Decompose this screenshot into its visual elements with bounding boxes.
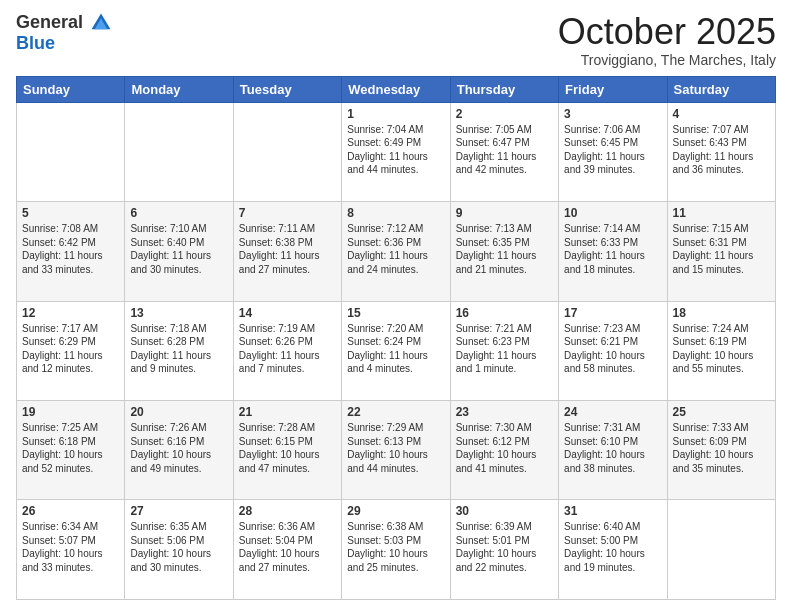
day-number: 29 (347, 504, 444, 518)
calendar-cell: 12 Sunrise: 7:17 AMSunset: 6:29 PMDaylig… (17, 301, 125, 400)
cell-info: Sunrise: 7:05 AMSunset: 6:47 PMDaylight:… (456, 124, 537, 176)
cell-info: Sunrise: 7:19 AMSunset: 6:26 PMDaylight:… (239, 323, 320, 375)
calendar-cell: 28 Sunrise: 6:36 AMSunset: 5:04 PMDaylig… (233, 500, 341, 600)
day-number: 11 (673, 206, 770, 220)
day-number: 28 (239, 504, 336, 518)
day-number: 7 (239, 206, 336, 220)
cell-info: Sunrise: 7:31 AMSunset: 6:10 PMDaylight:… (564, 422, 645, 474)
day-number: 21 (239, 405, 336, 419)
location-subtitle: Troviggiano, The Marches, Italy (558, 52, 776, 68)
day-number: 12 (22, 306, 119, 320)
calendar-cell: 18 Sunrise: 7:24 AMSunset: 6:19 PMDaylig… (667, 301, 775, 400)
day-number: 8 (347, 206, 444, 220)
cell-info: Sunrise: 6:36 AMSunset: 5:04 PMDaylight:… (239, 521, 320, 573)
day-number: 9 (456, 206, 553, 220)
cell-info: Sunrise: 7:21 AMSunset: 6:23 PMDaylight:… (456, 323, 537, 375)
calendar-week-3: 19 Sunrise: 7:25 AMSunset: 6:18 PMDaylig… (17, 401, 776, 500)
day-number: 1 (347, 107, 444, 121)
day-number: 24 (564, 405, 661, 419)
calendar-cell: 22 Sunrise: 7:29 AMSunset: 6:13 PMDaylig… (342, 401, 450, 500)
day-number: 14 (239, 306, 336, 320)
col-wednesday: Wednesday (342, 76, 450, 102)
day-number: 16 (456, 306, 553, 320)
calendar-cell: 20 Sunrise: 7:26 AMSunset: 6:16 PMDaylig… (125, 401, 233, 500)
cell-info: Sunrise: 7:17 AMSunset: 6:29 PMDaylight:… (22, 323, 103, 375)
calendar-cell: 24 Sunrise: 7:31 AMSunset: 6:10 PMDaylig… (559, 401, 667, 500)
calendar-week-2: 12 Sunrise: 7:17 AMSunset: 6:29 PMDaylig… (17, 301, 776, 400)
cell-info: Sunrise: 6:39 AMSunset: 5:01 PMDaylight:… (456, 521, 537, 573)
cell-info: Sunrise: 7:14 AMSunset: 6:33 PMDaylight:… (564, 223, 645, 275)
col-friday: Friday (559, 76, 667, 102)
day-number: 3 (564, 107, 661, 121)
cell-info: Sunrise: 7:23 AMSunset: 6:21 PMDaylight:… (564, 323, 645, 375)
cell-info: Sunrise: 7:28 AMSunset: 6:15 PMDaylight:… (239, 422, 320, 474)
calendar-cell: 25 Sunrise: 7:33 AMSunset: 6:09 PMDaylig… (667, 401, 775, 500)
col-tuesday: Tuesday (233, 76, 341, 102)
calendar-table: Sunday Monday Tuesday Wednesday Thursday… (16, 76, 776, 600)
day-number: 6 (130, 206, 227, 220)
day-number: 26 (22, 504, 119, 518)
calendar-cell: 13 Sunrise: 7:18 AMSunset: 6:28 PMDaylig… (125, 301, 233, 400)
day-number: 5 (22, 206, 119, 220)
day-number: 25 (673, 405, 770, 419)
day-number: 2 (456, 107, 553, 121)
cell-info: Sunrise: 6:40 AMSunset: 5:00 PMDaylight:… (564, 521, 645, 573)
calendar-header-row: Sunday Monday Tuesday Wednesday Thursday… (17, 76, 776, 102)
day-number: 27 (130, 504, 227, 518)
logo-icon (90, 12, 112, 34)
day-number: 22 (347, 405, 444, 419)
col-thursday: Thursday (450, 76, 558, 102)
calendar-cell: 21 Sunrise: 7:28 AMSunset: 6:15 PMDaylig… (233, 401, 341, 500)
day-number: 17 (564, 306, 661, 320)
cell-info: Sunrise: 7:07 AMSunset: 6:43 PMDaylight:… (673, 124, 754, 176)
calendar-cell (17, 102, 125, 201)
cell-info: Sunrise: 7:12 AMSunset: 6:36 PMDaylight:… (347, 223, 428, 275)
calendar-cell: 7 Sunrise: 7:11 AMSunset: 6:38 PMDayligh… (233, 202, 341, 301)
cell-info: Sunrise: 7:18 AMSunset: 6:28 PMDaylight:… (130, 323, 211, 375)
cell-info: Sunrise: 7:20 AMSunset: 6:24 PMDaylight:… (347, 323, 428, 375)
calendar-cell: 3 Sunrise: 7:06 AMSunset: 6:45 PMDayligh… (559, 102, 667, 201)
title-block: October 2025 Troviggiano, The Marches, I… (558, 12, 776, 68)
day-number: 18 (673, 306, 770, 320)
calendar-cell: 17 Sunrise: 7:23 AMSunset: 6:21 PMDaylig… (559, 301, 667, 400)
col-sunday: Sunday (17, 76, 125, 102)
cell-info: Sunrise: 7:06 AMSunset: 6:45 PMDaylight:… (564, 124, 645, 176)
calendar-body: 1 Sunrise: 7:04 AMSunset: 6:49 PMDayligh… (17, 102, 776, 599)
cell-info: Sunrise: 7:04 AMSunset: 6:49 PMDaylight:… (347, 124, 428, 176)
day-number: 30 (456, 504, 553, 518)
month-title: October 2025 (558, 12, 776, 52)
calendar-cell: 26 Sunrise: 6:34 AMSunset: 5:07 PMDaylig… (17, 500, 125, 600)
cell-info: Sunrise: 7:26 AMSunset: 6:16 PMDaylight:… (130, 422, 211, 474)
day-number: 31 (564, 504, 661, 518)
day-number: 19 (22, 405, 119, 419)
calendar-cell: 16 Sunrise: 7:21 AMSunset: 6:23 PMDaylig… (450, 301, 558, 400)
logo: General Blue (16, 12, 112, 54)
col-saturday: Saturday (667, 76, 775, 102)
calendar-cell: 30 Sunrise: 6:39 AMSunset: 5:01 PMDaylig… (450, 500, 558, 600)
calendar-cell: 1 Sunrise: 7:04 AMSunset: 6:49 PMDayligh… (342, 102, 450, 201)
cell-info: Sunrise: 6:34 AMSunset: 5:07 PMDaylight:… (22, 521, 103, 573)
calendar-cell: 23 Sunrise: 7:30 AMSunset: 6:12 PMDaylig… (450, 401, 558, 500)
day-number: 15 (347, 306, 444, 320)
calendar-cell: 10 Sunrise: 7:14 AMSunset: 6:33 PMDaylig… (559, 202, 667, 301)
day-number: 23 (456, 405, 553, 419)
day-number: 13 (130, 306, 227, 320)
cell-info: Sunrise: 7:08 AMSunset: 6:42 PMDaylight:… (22, 223, 103, 275)
calendar-cell (125, 102, 233, 201)
cell-info: Sunrise: 7:33 AMSunset: 6:09 PMDaylight:… (673, 422, 754, 474)
cell-info: Sunrise: 7:11 AMSunset: 6:38 PMDaylight:… (239, 223, 320, 275)
cell-info: Sunrise: 7:15 AMSunset: 6:31 PMDaylight:… (673, 223, 754, 275)
calendar-cell (667, 500, 775, 600)
cell-info: Sunrise: 6:38 AMSunset: 5:03 PMDaylight:… (347, 521, 428, 573)
calendar-cell: 19 Sunrise: 7:25 AMSunset: 6:18 PMDaylig… (17, 401, 125, 500)
cell-info: Sunrise: 7:13 AMSunset: 6:35 PMDaylight:… (456, 223, 537, 275)
logo-general: General (16, 12, 112, 34)
calendar-cell: 11 Sunrise: 7:15 AMSunset: 6:31 PMDaylig… (667, 202, 775, 301)
calendar-week-0: 1 Sunrise: 7:04 AMSunset: 6:49 PMDayligh… (17, 102, 776, 201)
calendar-cell: 9 Sunrise: 7:13 AMSunset: 6:35 PMDayligh… (450, 202, 558, 301)
col-monday: Monday (125, 76, 233, 102)
calendar-cell: 8 Sunrise: 7:12 AMSunset: 6:36 PMDayligh… (342, 202, 450, 301)
cell-info: Sunrise: 6:35 AMSunset: 5:06 PMDaylight:… (130, 521, 211, 573)
calendar-cell: 5 Sunrise: 7:08 AMSunset: 6:42 PMDayligh… (17, 202, 125, 301)
calendar-cell: 31 Sunrise: 6:40 AMSunset: 5:00 PMDaylig… (559, 500, 667, 600)
